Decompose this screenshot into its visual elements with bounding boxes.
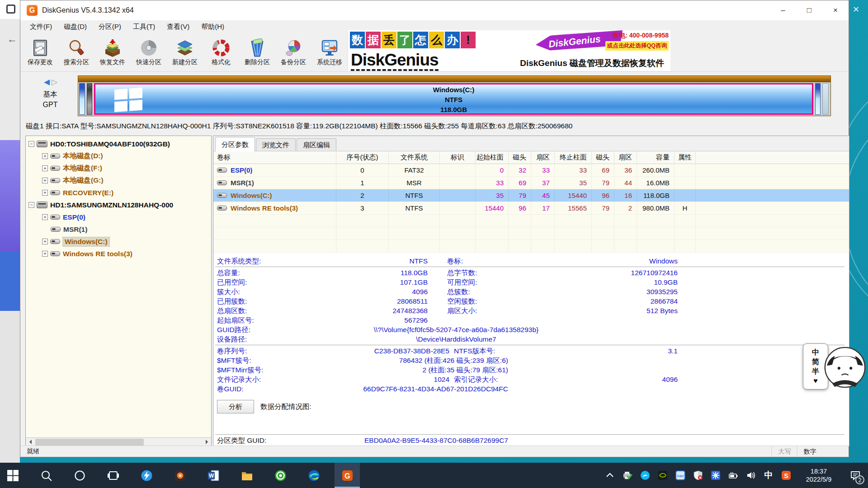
toolbar-button-backup-partition[interactable]: 备份分区	[275, 33, 311, 71]
table-header-cell[interactable]: 磁头	[509, 151, 531, 164]
minimize-button[interactable]: –	[770, 0, 796, 20]
toolbar-button-search-partition[interactable]: 搜索分区	[58, 33, 94, 71]
expand-icon[interactable]: +	[42, 165, 48, 171]
toolbar-button-system-migration[interactable]: 系统迁移	[311, 33, 348, 71]
previous-disk-icon[interactable]: ◀	[44, 78, 52, 86]
tree-item[interactable]: MSR(1)	[26, 223, 211, 235]
taskbar-taskview-icon[interactable]	[100, 463, 126, 488]
scrollbar-track[interactable]	[34, 438, 203, 446]
scroll-left-icon[interactable]	[26, 438, 34, 446]
taskbar-clock[interactable]: 18:372022/5/9	[798, 467, 840, 483]
toolbar-button-recover-files[interactable]: 恢复文件	[94, 33, 131, 71]
ad-qq-link[interactable]: 或点击此处选择QQ咨询	[605, 41, 669, 51]
tree-item[interactable]: +Windows(C:)	[26, 235, 211, 248]
expand-icon[interactable]: +	[42, 214, 48, 220]
table-row[interactable]: Windows(C:)2NTFS357945154409616118.0GB	[213, 189, 849, 202]
table-row[interactable]: ESP(0)0FAT3203233336936260.0MB	[213, 164, 849, 177]
table-header-cell[interactable]: 属性	[675, 151, 696, 164]
tray-nvidia[interactable]	[657, 469, 669, 481]
taskbar-start-icon[interactable]	[0, 463, 25, 488]
tray-chevron-up[interactable]	[604, 469, 616, 481]
table-header-cell[interactable]: 容量	[637, 151, 675, 164]
tray-snowflake[interactable]	[710, 469, 722, 481]
tree-item[interactable]: +ESP(0)	[26, 211, 211, 223]
tree-item[interactable]: +本地磁盘(F:)	[26, 162, 211, 174]
expand-icon[interactable]: +	[42, 178, 48, 183]
scroll-right-icon[interactable]	[203, 438, 211, 446]
taskbar-search-icon[interactable]	[33, 463, 59, 488]
ad-banner[interactable]: 数据丢了怎么办! DiskGenius DiskGenius DiskGeniu…	[348, 30, 670, 71]
partition-bar-free[interactable]	[822, 83, 829, 115]
scrollbar-thumb[interactable]	[35, 439, 144, 446]
toolbar-button-delete-partition[interactable]: 删除分区	[239, 33, 275, 71]
partition-bar-recovery[interactable]	[815, 83, 821, 115]
table-row[interactable]	[213, 227, 849, 240]
toolbar-button-quick-partition[interactable]: 快速分区	[131, 33, 167, 71]
analyze-button[interactable]: 分析	[217, 400, 254, 413]
tray-ime-zh[interactable]: 中	[763, 469, 774, 481]
cartoon-face-widget[interactable]	[824, 346, 866, 389]
table-row[interactable]: MSR(1)1MSR33693735794416.0MB	[213, 177, 849, 189]
partition-bar-msr[interactable]	[87, 83, 92, 115]
taskbar-thunder-icon[interactable]	[134, 463, 159, 488]
tab-0[interactable]: 分区参数	[215, 137, 255, 151]
next-disk-icon[interactable]: ▷	[52, 78, 59, 86]
table-header-cell[interactable]: 终止柱面	[555, 151, 592, 164]
expand-icon[interactable]: +	[42, 251, 48, 257]
taskbar-edge-icon[interactable]	[301, 463, 326, 488]
close-button[interactable]: ×	[822, 0, 849, 20]
table-row[interactable]: Windows RE tools(3)3NTFS1544096171556579…	[213, 202, 849, 215]
tree-item[interactable]: −HD1:SAMSUNGMZNLN128HAHQ-000	[26, 199, 211, 211]
tray-defender[interactable]	[692, 469, 704, 481]
table-header-cell[interactable]: 起始柱面	[476, 151, 509, 164]
table-row[interactable]	[213, 240, 849, 253]
partition-bar-esp[interactable]	[79, 83, 85, 115]
maximize-button[interactable]: □	[796, 0, 822, 20]
tree-item[interactable]: +本地磁盘(D:)	[26, 150, 211, 162]
taskbar-apps-box-icon[interactable]	[167, 463, 193, 488]
tray-tim[interactable]	[639, 469, 651, 481]
collapse-icon[interactable]: −	[28, 141, 34, 147]
table-header-cell[interactable]: 文件系统	[389, 151, 440, 164]
toolbar-button-save-changes[interactable]: 保存更改	[22, 33, 58, 71]
table-header-cell[interactable]: 扇区	[531, 151, 555, 164]
expand-icon[interactable]: +	[42, 190, 48, 196]
menu-item-0[interactable]: 文件(F)	[24, 20, 58, 33]
taskbar-explorer-icon[interactable]	[234, 463, 259, 488]
notification-center-icon[interactable]: 2	[845, 463, 865, 488]
taskbar-diskgenius-icon[interactable]: G	[335, 463, 360, 488]
menu-item-3[interactable]: 工具(T)	[127, 20, 161, 33]
menu-item-1[interactable]: 磁盘(D)	[58, 20, 93, 33]
collapse-icon[interactable]: −	[28, 202, 34, 208]
tray-printer[interactable]	[622, 469, 633, 481]
tree-item[interactable]: −HD0:TOSHIBAMQ04ABF100(932GB)	[26, 138, 211, 150]
desktop-close-icon[interactable]: ✕	[853, 5, 859, 14]
tree-horizontal-scrollbar[interactable]	[26, 437, 211, 446]
tab-1[interactable]: 浏览文件	[256, 138, 296, 151]
taskbar-cortana-icon[interactable]	[67, 463, 92, 488]
tray-volume[interactable]	[745, 469, 757, 481]
menu-item-4[interactable]: 查看(V)	[161, 20, 195, 33]
tab-2[interactable]: 扇区编辑	[297, 138, 336, 151]
partition-bar-windows-c[interactable]: Windows(C:) NTFS 118.0GB	[94, 83, 813, 115]
tree-item[interactable]: +Windows RE tools(3)	[26, 248, 211, 260]
tree-item[interactable]: +RECOVERY(E:)	[26, 187, 211, 199]
menu-item-2[interactable]: 分区(P)	[93, 20, 127, 33]
table-header-cell[interactable]: 磁头	[592, 151, 614, 164]
tray-sogou[interactable]: S	[780, 469, 792, 481]
expand-icon[interactable]: +	[42, 239, 48, 244]
tray-intel[interactable]: intel	[675, 469, 686, 481]
expand-icon[interactable]: +	[42, 153, 48, 159]
table-header-cell[interactable]: 序号(状态)	[336, 151, 389, 164]
taskbar-browser360-icon[interactable]	[268, 463, 293, 488]
table-header-cell[interactable]: 卷标	[213, 151, 336, 164]
table-header-cell[interactable]: 标识	[440, 151, 476, 164]
toolbar-button-format[interactable]: 格式化	[203, 33, 239, 71]
tree-item[interactable]: +本地磁盘(G:)	[26, 174, 211, 187]
toolbar-button-new-partition[interactable]: 新建分区	[167, 33, 203, 71]
taskbar-word-icon[interactable]: W	[201, 463, 226, 488]
menu-item-5[interactable]: 帮助(H)	[195, 20, 230, 33]
tray-battery[interactable]	[727, 469, 739, 481]
table-row[interactable]	[213, 215, 849, 227]
table-header-cell[interactable]: 扇区	[614, 151, 637, 164]
